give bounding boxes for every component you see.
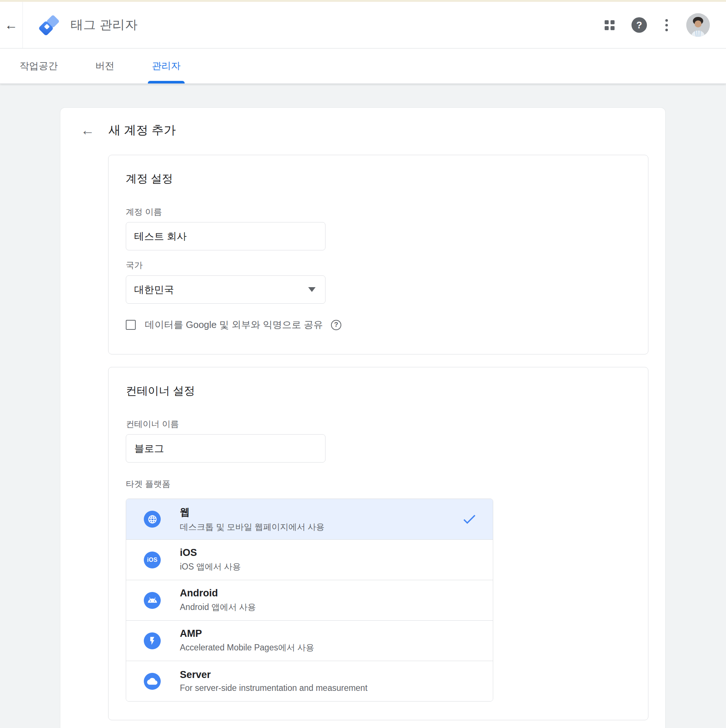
cloud-icon bbox=[144, 673, 161, 690]
apps-grid-icon[interactable] bbox=[605, 20, 614, 30]
platform-text: AMP Accelerated Mobile Pages에서 사용 bbox=[180, 628, 314, 653]
platform-row-web[interactable]: 웹 데스크톱 및 모바일 웹페이지에서 사용 bbox=[126, 499, 493, 539]
tab-bar: 작업공간 버전 관리자 bbox=[0, 49, 726, 84]
container-settings-section: 컨테이너 설정 컨테이너 이름 타겟 플랫폼 웹 데스크톱 및 모바일 웹페이지… bbox=[108, 367, 648, 720]
dot bbox=[665, 29, 668, 31]
platform-title: Server bbox=[180, 669, 368, 681]
question-glyph: ? bbox=[334, 321, 338, 329]
platform-title: AMP bbox=[180, 628, 314, 639]
platform-description: Accelerated Mobile Pages에서 사용 bbox=[180, 642, 314, 653]
tag-manager-logo-icon bbox=[40, 15, 59, 35]
check-icon bbox=[461, 511, 477, 527]
add-account-card: ← 새 계정 추가 계정 설정 계정 이름 국가 대한민국 데이터를 Googl… bbox=[60, 107, 666, 728]
account-settings-section: 계정 설정 계정 이름 국가 대한민국 데이터를 Google 및 외부와 익명… bbox=[108, 155, 648, 355]
grid-square bbox=[605, 26, 609, 30]
country-select[interactable]: 대한민국 bbox=[126, 275, 325, 304]
container-settings-title: 컨테이너 설정 bbox=[126, 384, 648, 398]
page-head: ← 새 계정 추가 bbox=[60, 122, 665, 139]
country-label: 국가 bbox=[126, 260, 648, 270]
arrow-left-icon: ← bbox=[81, 122, 95, 138]
tab-admin[interactable]: 관리자 bbox=[151, 49, 182, 83]
page-title: 새 계정 추가 bbox=[109, 122, 176, 139]
caret-down-icon bbox=[308, 287, 316, 292]
ios-icon: iOS bbox=[144, 552, 161, 569]
android-icon bbox=[144, 592, 161, 609]
tab-versions[interactable]: 버전 bbox=[94, 49, 115, 83]
globe-icon bbox=[144, 511, 161, 528]
container-name-label: 컨테이너 이름 bbox=[126, 419, 648, 429]
platform-row-ios[interactable]: iOS iOS iOS 앱에서 사용 bbox=[126, 539, 493, 580]
platform-title: Android bbox=[180, 587, 256, 599]
amp-bolt-icon bbox=[144, 632, 161, 649]
grid-square bbox=[611, 26, 614, 30]
container-name-input[interactable] bbox=[126, 434, 325, 463]
dot bbox=[665, 24, 668, 26]
more-vert-icon[interactable] bbox=[664, 18, 669, 33]
avatar-image bbox=[686, 13, 710, 37]
share-data-row: 데이터를 Google 및 외부와 익명으로 공유 ? bbox=[126, 318, 648, 331]
header-back-button[interactable]: ← bbox=[0, 2, 23, 48]
platform-title: 웹 bbox=[180, 506, 325, 519]
header-actions: ? bbox=[605, 13, 710, 37]
question-glyph: ? bbox=[636, 20, 642, 31]
platform-title: iOS bbox=[180, 547, 241, 558]
platform-row-android[interactable]: Android Android 앱에서 사용 bbox=[126, 580, 493, 620]
content-area: ← 새 계정 추가 계정 설정 계정 이름 국가 대한민국 데이터를 Googl… bbox=[0, 84, 726, 728]
page-back-button[interactable]: ← bbox=[81, 123, 95, 137]
target-platform-label: 타겟 플랫폼 bbox=[126, 479, 648, 489]
platform-text: iOS iOS 앱에서 사용 bbox=[180, 547, 241, 572]
platform-description: 데스크톱 및 모바일 웹페이지에서 사용 bbox=[180, 522, 325, 533]
arrow-left-icon: ← bbox=[5, 17, 18, 33]
tab-workspace[interactable]: 작업공간 bbox=[18, 49, 59, 83]
platform-text: 웹 데스크톱 및 모바일 웹페이지에서 사용 bbox=[180, 506, 325, 533]
platform-row-amp[interactable]: AMP Accelerated Mobile Pages에서 사용 bbox=[126, 620, 493, 661]
dot bbox=[665, 19, 668, 22]
platform-row-server[interactable]: Server For server-side instrumentation a… bbox=[126, 661, 493, 701]
grid-square bbox=[605, 20, 609, 24]
platform-description: For server-side instrumentation and meas… bbox=[180, 683, 368, 693]
user-avatar[interactable] bbox=[686, 13, 710, 37]
app-header: ← 태그 관리자 ? bbox=[0, 2, 726, 49]
account-name-label: 계정 이름 bbox=[126, 206, 648, 217]
country-selected-value: 대한민국 bbox=[134, 283, 174, 296]
platform-description: Android 앱에서 사용 bbox=[180, 601, 256, 613]
share-data-label: 데이터를 Google 및 외부와 익명으로 공유 bbox=[145, 318, 323, 331]
app-title: 태그 관리자 bbox=[70, 17, 138, 34]
share-data-checkbox[interactable] bbox=[126, 320, 136, 330]
platform-description: iOS 앱에서 사용 bbox=[180, 561, 241, 572]
platform-text: Android Android 앱에서 사용 bbox=[180, 587, 256, 613]
account-settings-title: 계정 설정 bbox=[126, 172, 648, 185]
help-circle-icon[interactable]: ? bbox=[331, 320, 341, 330]
help-icon[interactable]: ? bbox=[631, 17, 647, 33]
platform-text: Server For server-side instrumentation a… bbox=[180, 669, 368, 693]
account-name-input[interactable] bbox=[126, 222, 325, 250]
grid-square bbox=[611, 20, 614, 24]
target-platform-list: 웹 데스크톱 및 모바일 웹페이지에서 사용 iOS iOS iOS 앱에서 사… bbox=[126, 499, 493, 702]
